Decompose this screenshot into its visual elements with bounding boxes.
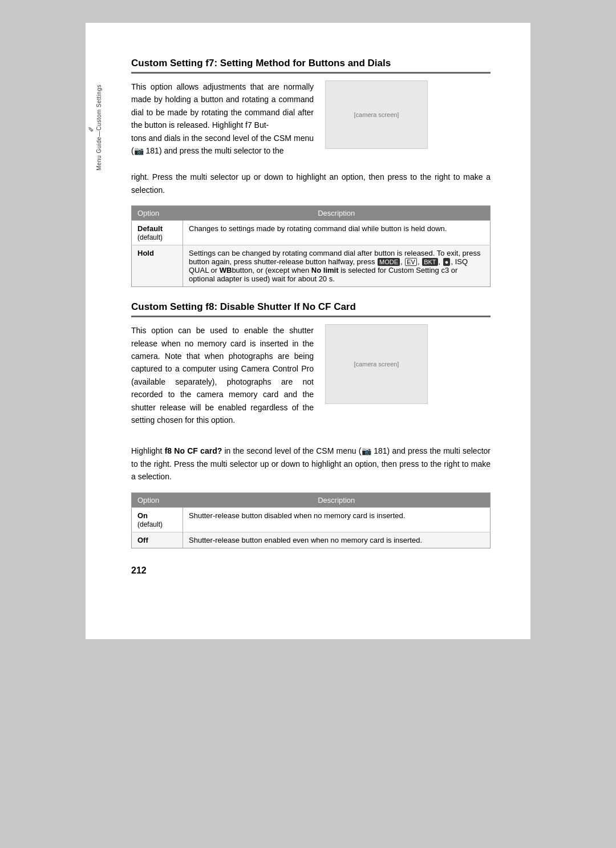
section-f7-text2: right. Press the multi selector up or do… [131, 171, 491, 196]
table2-row-on: On(default) Shutter-release button disab… [132, 507, 491, 532]
table1-desc-default: Changes to settings made by rotating com… [183, 221, 491, 245]
table2-row-off: Off Shutter-release button enabled even … [132, 532, 491, 548]
section-f8: Custom Setting f8: Disable Shutter If No… [131, 301, 491, 548]
table2-option-on: On(default) [132, 507, 183, 532]
section-f7-image: [camera screen] [325, 80, 428, 149]
table1-col2-header: Description [183, 206, 491, 221]
table1-option-default: Default(default) [132, 221, 183, 245]
table2-desc-on: Shutter-release button disabled when no … [183, 507, 491, 532]
table2-option-off: Off [132, 532, 183, 548]
table1-row-hold: Hold Settings can be changed by rotating… [132, 245, 491, 287]
sidebar-icon: ✎ [87, 124, 95, 132]
section-f7-intro: This option allows adjustments that are … [131, 80, 314, 157]
page: ✎ Menu Guide—Custom Settings Custom Sett… [86, 23, 530, 639]
table2-col1-header: Option [132, 492, 183, 507]
sidebar-text: Menu Guide—Custom Settings [96, 84, 102, 171]
table1-desc-hold: Settings can be changed by rotating comm… [183, 245, 491, 287]
section-f7-heading: Custom Setting f7: Setting Method for Bu… [131, 57, 491, 74]
section-f8-heading: Custom Setting f8: Disable Shutter If No… [131, 301, 491, 317]
section-f8-body1: This option can be used to enable the sh… [131, 324, 314, 426]
section-f7: Custom Setting f7: Setting Method for Bu… [131, 57, 491, 287]
table2-col2-header: Description [183, 492, 491, 507]
sidebar-label: ✎ Menu Guide—Custom Settings [86, 80, 102, 175]
page-number: 212 [131, 566, 491, 576]
section-f8-image: [camera screen] [325, 324, 428, 404]
section-f8-table: Option Description On(default) Shutter-r… [131, 492, 491, 548]
table1-option-hold: Hold [132, 245, 183, 287]
section-f8-body2: Highlight f8 No CF card? in the second l… [131, 445, 491, 483]
table1-col1-header: Option [132, 206, 183, 221]
table2-desc-off: Shutter-release button enabled even when… [183, 532, 491, 548]
section-f7-table: Option Description Default(default) Chan… [131, 205, 491, 287]
table1-row-default: Default(default) Changes to settings mad… [132, 221, 491, 245]
